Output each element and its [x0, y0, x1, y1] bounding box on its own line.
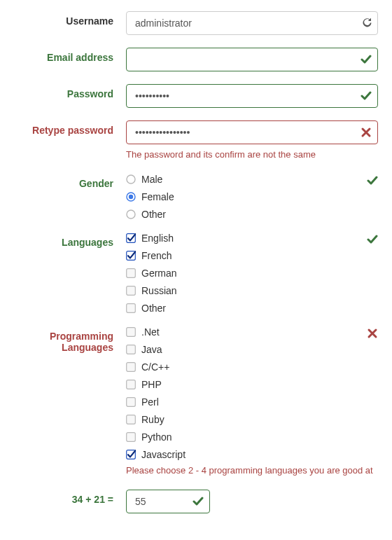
- prog-languages-label: Programming Languages: [14, 326, 126, 353]
- email-input[interactable]: [126, 48, 378, 71]
- checkbox-icon: [126, 327, 136, 337]
- check-icon: [367, 175, 378, 186]
- checkbox-icon: [126, 450, 136, 459]
- radio-icon: [126, 209, 136, 219]
- checkbox-icon: [126, 251, 136, 261]
- username-label: Username: [14, 11, 126, 27]
- email-label: Email address: [14, 48, 126, 63]
- captcha-label: 34 + 21 =: [14, 490, 126, 505]
- checkbox-icon: [126, 432, 136, 442]
- option-label: Python: [141, 431, 172, 443]
- gender-label: Gender: [14, 174, 126, 189]
- check-icon: [367, 234, 378, 245]
- gender-option-other[interactable]: Other: [126, 209, 174, 220]
- option-label: C/C++: [141, 361, 169, 373]
- checkbox-icon: [126, 286, 136, 296]
- languages-options: EnglishFrenchGermanRussianOther: [126, 233, 177, 314]
- gender-option-female[interactable]: Female: [126, 191, 174, 202]
- checkbox-icon: [126, 268, 136, 278]
- proglang-option-php[interactable]: PHP: [126, 379, 186, 390]
- languages-option-french[interactable]: French: [126, 250, 177, 261]
- refresh-icon[interactable]: [360, 18, 372, 29]
- checkbox-icon: [126, 233, 136, 243]
- checkbox-icon: [126, 415, 136, 424]
- option-label: Other: [141, 209, 166, 220]
- check-icon: [192, 496, 204, 507]
- option-label: Female: [141, 191, 174, 202]
- password-label: Password: [14, 84, 126, 99]
- option-label: Perl: [141, 396, 159, 408]
- option-label: Ruby: [141, 414, 164, 425]
- checkbox-icon: [126, 303, 136, 313]
- languages-option-other[interactable]: Other: [126, 303, 177, 314]
- option-label: Male: [141, 174, 162, 185]
- option-label: .Net: [141, 326, 160, 338]
- cross-icon: [360, 127, 372, 138]
- proglang-option-ruby[interactable]: Ruby: [126, 414, 186, 425]
- checkbox-icon: [126, 362, 136, 372]
- proglang-option-python[interactable]: Python: [126, 431, 186, 443]
- option-label: Java: [141, 344, 162, 355]
- option-label: Other: [141, 303, 166, 314]
- languages-label: Languages: [14, 233, 126, 248]
- check-icon: [360, 90, 372, 102]
- languages-option-russian[interactable]: Russian: [126, 285, 177, 296]
- proglang-option-javascript[interactable]: Javascript: [126, 449, 186, 460]
- gender-option-male[interactable]: Male: [126, 174, 174, 185]
- check-icon: [360, 54, 372, 65]
- retype-label: Retype password: [14, 120, 126, 136]
- checkbox-icon: [126, 380, 136, 389]
- option-label: Russian: [141, 285, 177, 296]
- proglang-option-java[interactable]: Java: [126, 344, 186, 355]
- option-label: Javascript: [141, 449, 186, 460]
- prog-languages-options: .NetJavaC/C++PHPPerlRubyPythonJavascript: [126, 326, 186, 460]
- languages-option-english[interactable]: English: [126, 233, 177, 244]
- option-label: French: [141, 250, 172, 261]
- gender-options: MaleFemaleOther: [126, 174, 174, 220]
- username-input[interactable]: [126, 11, 378, 35]
- checkbox-icon: [126, 345, 136, 354]
- radio-icon: [126, 174, 136, 184]
- cross-icon: [367, 328, 378, 339]
- checkbox-icon: [126, 397, 136, 407]
- prog-languages-help: Please choose 2 - 4 programming language…: [126, 464, 378, 477]
- proglang-option-c-c-[interactable]: C/C++: [126, 361, 186, 373]
- password-input[interactable]: [126, 84, 378, 108]
- option-label: PHP: [141, 379, 162, 390]
- option-label: English: [141, 233, 174, 244]
- retype-input[interactable]: [126, 120, 378, 144]
- retype-error: The password and its confirm are not the…: [126, 148, 378, 161]
- radio-icon: [126, 192, 136, 202]
- option-label: German: [141, 268, 177, 279]
- proglang-option-perl[interactable]: Perl: [126, 396, 186, 408]
- languages-option-german[interactable]: German: [126, 268, 177, 279]
- proglang-option--net[interactable]: .Net: [126, 326, 186, 338]
